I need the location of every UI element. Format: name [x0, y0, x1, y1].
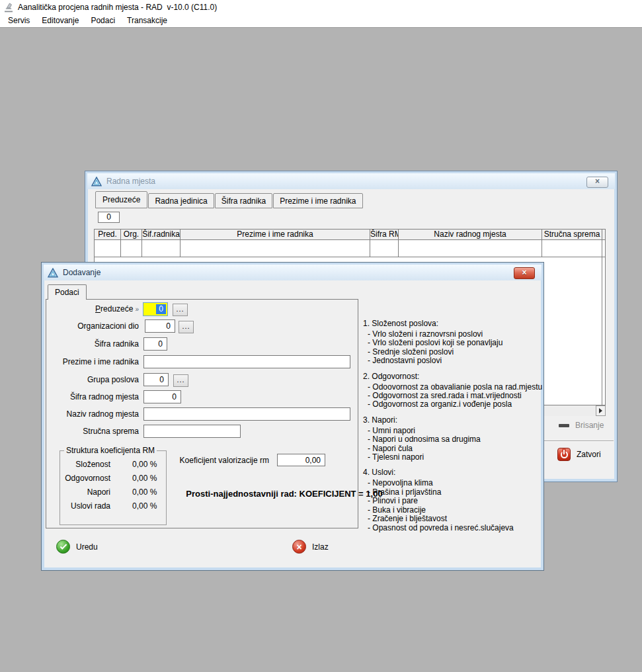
close-icon[interactable]: ×: [514, 267, 535, 279]
power-icon: [557, 448, 571, 461]
strucna-sprema-input[interactable]: [143, 425, 241, 438]
menubar: Servis Editovanje Podaci Transakcije: [0, 15, 642, 28]
tab-podaci[interactable]: Podaci: [48, 284, 87, 300]
column-header-naziv[interactable]: Naziv radnog mjesta: [399, 230, 542, 239]
radna-mjesta-title: Radna mjesta: [106, 177, 155, 186]
organizacioni-dio-browse-button[interactable]: ...: [179, 321, 194, 333]
column-header-org[interactable]: Org.: [121, 230, 142, 239]
prezime-input[interactable]: [143, 355, 350, 368]
preduzece-browse-button[interactable]: ...: [173, 304, 188, 316]
tab-prezime-i-ime[interactable]: Prezime i ime radnika: [273, 193, 362, 208]
triangle-logo-icon: [91, 177, 102, 187]
sifra-rm-input[interactable]: 0: [143, 390, 181, 403]
column-header-strucna[interactable]: Stručna sprema: [542, 230, 602, 239]
info-line: - Opasnost od povreda i nesreć.slučajeva: [363, 524, 551, 532]
tab-preduzece[interactable]: Preduzeće: [95, 191, 147, 208]
preduzece-input[interactable]: 0: [143, 302, 168, 316]
preduzece-filter-input[interactable]: 0: [98, 212, 120, 223]
napori-value: 0,00 %: [132, 487, 157, 497]
menu-editovanje[interactable]: Editovanje: [36, 15, 85, 27]
info-line: - Odgovornost za organiz.i vođenje posla: [363, 400, 551, 409]
zatvori-label: Zatvori: [577, 450, 601, 459]
app-titlebar[interactable]: Aanalitička procjena radnih mjesta - RAD…: [0, 0, 642, 15]
koeficijent-note: Prosti-najjednostavniji rad: KOEFICIJENT…: [172, 489, 397, 499]
info-section-title: 4. Uslovi:: [363, 468, 551, 477]
column-header-pred[interactable]: Pred.: [95, 230, 121, 239]
triangle-logo-icon: [48, 268, 58, 278]
chevrons-icon: »: [135, 306, 139, 313]
info-section-title: 1. Složenost poslova:: [363, 319, 551, 328]
preduzece-label: Preduzeće»: [46, 304, 139, 314]
tab-radna-jedinica[interactable]: Radna jedinica: [148, 193, 214, 208]
info-section-title: 2. Odgovornost:: [363, 372, 551, 381]
info-line: - Zračenje i blještavost: [363, 515, 551, 523]
table-column-divider: [602, 257, 602, 405]
sifra-radnika-label: Šifra radnika: [46, 339, 139, 349]
info-line: - Odgovornost za sred.rada i mat.vrijedn…: [363, 392, 551, 400]
info-section: 1. Složenost poslova: - Vrlo složeni i r…: [363, 319, 551, 366]
grupa-poslova-label: Grupa poslova: [46, 375, 139, 384]
dialog-dodavanje: Dodavanje × Podaci Preduzeće» 0 ... Orga…: [41, 262, 544, 571]
dodavanje-form-panel: Preduzeće» 0 ... Organizacioni dio 0 ...…: [46, 299, 358, 528]
column-header-sif-radnika[interactable]: Šif.radnika: [142, 230, 181, 239]
menu-transakcije[interactable]: Transakcije: [121, 15, 173, 27]
menu-podaci[interactable]: Podaci: [85, 15, 121, 27]
napori-label: Napori: [60, 487, 110, 497]
check-icon: [56, 540, 70, 554]
info-line: - Umni napori: [363, 427, 551, 435]
info-section-title: 3. Napori:: [363, 415, 551, 425]
info-panel: 1. Složenost poslova: - Vrlo složeni i r…: [363, 319, 551, 538]
izlaz-button[interactable]: × Izlaz: [292, 540, 329, 554]
radna-mjesta-titlebar[interactable]: Radna mjesta ×: [87, 173, 615, 189]
brisanje-button[interactable]: Brisanje: [559, 421, 604, 430]
uredu-label: Uredu: [76, 542, 98, 552]
koeficijent-label: Koeficijent valorizacije rm: [145, 456, 269, 465]
table-header-row: Pred. Org. Šif.radnika Prezime i ime rad…: [95, 230, 605, 240]
dodavanje-title: Dodavanje: [63, 268, 100, 277]
info-line: - Napori u odnosima sa drugima: [363, 435, 551, 444]
selected-text: 0: [156, 304, 166, 314]
info-line: - Vrlo složeni i raznovrsni poslovi: [363, 330, 551, 339]
info-section: 4. Uslovi: - Nepovoljna klima - Prašina …: [363, 468, 551, 532]
close-icon[interactable]: ×: [586, 177, 608, 188]
column-header-sifra-rm[interactable]: Šifra RM: [370, 230, 399, 239]
cross-icon: ×: [292, 540, 306, 554]
sifra-rm-label: Šifra radnog mjesta: [46, 392, 139, 401]
info-line: - Odoovornost za obavalianie posla na ra…: [363, 383, 551, 392]
zatvori-button[interactable]: Zatvori: [557, 448, 601, 461]
odgovornost-label: Odgovornost: [60, 474, 110, 483]
dodavanje-titlebar[interactable]: Dodavanje ×: [44, 265, 542, 280]
radna-mjesta-tabstrip: Preduzeće Radna jedinica Šifra radnika P…: [95, 191, 364, 208]
minus-icon: [559, 424, 569, 427]
organizacioni-dio-input[interactable]: 0: [145, 319, 175, 333]
organizacioni-dio-label: Organizacioni dio: [46, 321, 139, 331]
app-icon: [3, 2, 14, 13]
strucna-sprema-label: Stručna sprema: [46, 427, 139, 436]
column-header-prezime[interactable]: Prezime i ime radnika: [181, 230, 370, 239]
info-line: - Jednostavni poslovi: [363, 357, 551, 365]
uredu-button[interactable]: Uredu: [56, 540, 98, 554]
koeficijent-input[interactable]: 0,00: [277, 454, 325, 466]
column-header-extra: [602, 230, 605, 239]
menu-servis[interactable]: Servis: [2, 15, 36, 27]
grupa-poslova-input[interactable]: 0: [143, 373, 169, 386]
info-line: - Nepovoljna klima: [363, 479, 551, 487]
uslovi-rada-label: Uslovi rada: [60, 501, 110, 511]
prezime-label: Prezime i ime radnika: [46, 357, 139, 366]
info-section: 3. Napori: - Umni napori - Napori u odno…: [363, 415, 551, 462]
app-title: Aanalitička procjena radnih mjesta - RAD…: [18, 3, 217, 12]
info-line: - Vrlo složeni poslovi koji se ponavljaj…: [363, 339, 551, 347]
sifra-radnika-input[interactable]: 0: [143, 337, 167, 351]
groupbox-title: Struktura koeficijenta RM: [64, 446, 157, 455]
naziv-rm-label: Naziv radnog mjesta: [46, 409, 139, 419]
naziv-rm-input[interactable]: [143, 407, 350, 421]
info-line: - Srednje složeni poslovi: [363, 348, 551, 357]
info-line: - Tjelesni napori: [363, 453, 551, 462]
odgovornost-value: 0,00 %: [132, 474, 157, 483]
izlaz-label: Izlaz: [312, 542, 329, 552]
arrow-right-icon: [599, 408, 602, 413]
desktop: { "colors": { "desktop": "#b3b3b3", "win…: [0, 0, 642, 672]
tab-sifra-radnika[interactable]: Šifra radnika: [215, 193, 272, 208]
grupa-poslova-browse-button[interactable]: ...: [173, 374, 188, 387]
scroll-right-button[interactable]: [596, 405, 606, 416]
